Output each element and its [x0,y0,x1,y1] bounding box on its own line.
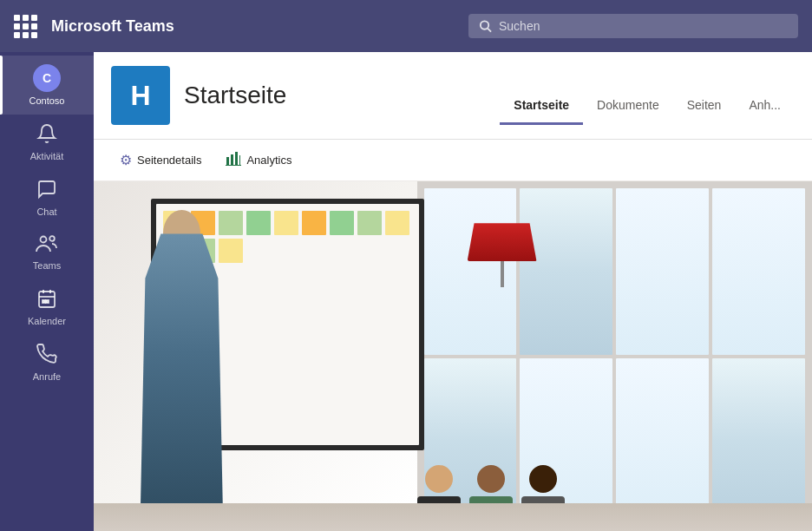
tab-navigation: Startseite Dokumente Seiten Anh... [500,66,795,125]
search-input[interactable] [499,19,788,33]
sidebar-label-contoso: Contoso [29,95,65,106]
analytics-button[interactable]: Analytics [217,147,300,174]
seitendetails-label: Seitendetails [137,154,201,167]
lamp-shade [468,223,537,261]
window-pane [616,188,709,355]
red-lamp [468,223,537,271]
sidebar-item-anrufe[interactable]: Anrufe [0,335,94,390]
sticky-note [357,211,382,235]
tab-seiten[interactable]: Seiten [673,91,736,125]
sidebar-item-chat[interactable]: Chat [0,170,94,226]
sticky-note [302,211,326,235]
page-header: H Startseite Startseite Dokumente Seiten… [94,52,812,140]
search-bar[interactable] [468,14,798,38]
main-layout: C Contoso Aktivität Chat [0,52,812,531]
sidebar: C Contoso Aktivität Chat [0,52,94,531]
analytics-label: Analytics [246,154,291,167]
svg-rect-13 [239,155,240,165]
sidebar-item-contoso[interactable]: C Contoso [0,56,94,115]
svg-line-1 [488,29,491,32]
page-title: Startseite [184,82,486,109]
bell-icon [36,123,57,148]
gear-icon: ⚙ [120,152,132,168]
lamp-cord [501,261,504,287]
window-pane [520,188,612,355]
page-icon: H [111,66,170,125]
person-head [529,465,557,493]
tab-startseite[interactable]: Startseite [500,91,583,125]
sticky-note [385,211,409,235]
sidebar-item-kalender[interactable]: Kalender [0,279,94,335]
svg-rect-12 [235,152,238,165]
sidebar-label-aktivitaet: Aktivität [30,151,64,161]
topbar: Microsoft Teams [0,0,812,52]
seated-group [417,338,776,531]
window-pane [712,188,805,355]
scene-background [94,181,812,531]
sticky-note [219,211,243,235]
svg-point-0 [481,21,488,29]
svg-rect-9 [46,300,49,303]
seitendetails-button[interactable]: ⚙ Seitendetails [111,147,210,174]
person-head [425,465,453,493]
svg-point-2 [41,237,47,243]
calendar-icon [36,288,57,312]
floor [94,503,812,531]
chat-icon [36,179,57,203]
person-head [477,465,505,493]
contoso-icon: C [33,64,61,92]
sticky-note [246,211,271,235]
search-icon [479,19,492,33]
sidebar-label-chat: Chat [36,206,56,217]
apps-grid-icon[interactable] [14,15,37,38]
sidebar-item-teams[interactable]: Teams [0,226,94,279]
person-body [129,233,233,531]
scene-area [94,181,812,531]
teams-icon [36,234,58,257]
content-area: H Startseite Startseite Dokumente Seiten… [94,52,812,531]
sidebar-item-aktivitaet[interactable]: Aktivität [0,115,94,170]
phone-icon [36,344,57,368]
sidebar-label-anrufe: Anrufe [33,371,61,382]
tab-dokumente[interactable]: Dokumente [583,91,673,125]
sticky-note [274,211,298,235]
svg-rect-8 [43,300,45,303]
svg-rect-11 [231,154,233,165]
app-title: Microsoft Teams [51,17,455,36]
svg-rect-4 [39,292,55,307]
svg-point-3 [49,236,55,241]
toolbar: ⚙ Seitendetails Analytics [94,140,812,181]
svg-rect-10 [226,157,229,165]
person-standing [129,233,233,531]
sidebar-label-kalender: Kalender [28,316,66,326]
tab-anhaenge[interactable]: Anh... [735,91,795,125]
chart-icon [226,152,241,168]
sticky-note [330,211,354,235]
sidebar-label-teams: Teams [33,260,61,271]
